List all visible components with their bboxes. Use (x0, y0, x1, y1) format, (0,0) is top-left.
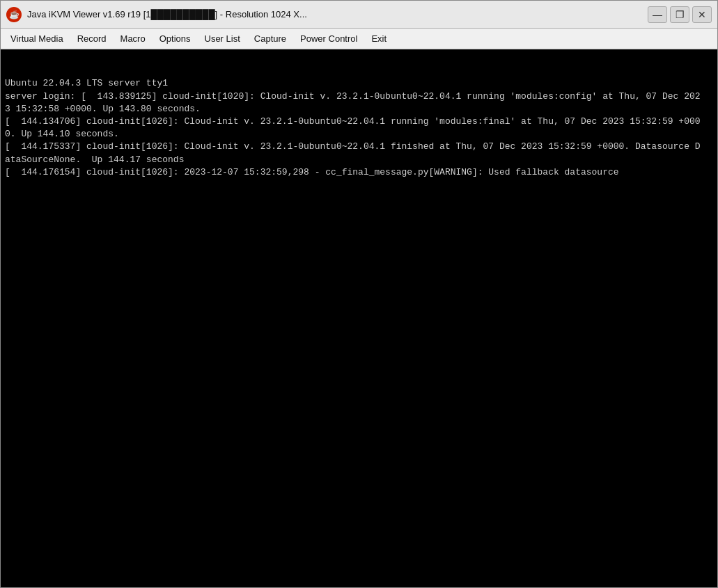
menu-user-list[interactable]: User List (198, 31, 247, 47)
window-controls: — ❐ ✕ (648, 6, 712, 23)
app-icon: ☕ (6, 7, 22, 22)
menu-options[interactable]: Options (153, 31, 198, 47)
close-button[interactable]: ✕ (692, 6, 712, 23)
window-title: Java iKVM Viewer v1.69 r19 [1██████████]… (27, 9, 307, 19)
menu-capture[interactable]: Capture (247, 31, 293, 47)
terminal-line: 0. Up 144.10 seconds. (5, 128, 713, 141)
menu-bar: Virtual Media Record Macro Options User … (1, 29, 717, 49)
menu-virtual-media[interactable]: Virtual Media (3, 31, 70, 47)
terminal-line: Ubuntu 22.04.3 LTS server tty1 (5, 77, 713, 90)
minimize-button[interactable]: — (648, 6, 667, 23)
terminal-display[interactable]: Ubuntu 22.04.3 LTS server tty1server log… (1, 49, 717, 587)
terminal-line: [ 144.134706] cloud-init[1026]: Cloud-in… (5, 116, 713, 128)
terminal-line: [ 144.175337] cloud-init[1026]: Cloud-in… (5, 141, 713, 153)
terminal-line: ataSourceNone. Up 144.17 seconds (5, 154, 713, 166)
menu-exit[interactable]: Exit (364, 31, 393, 47)
restore-button[interactable]: ❐ (670, 6, 689, 23)
menu-macro[interactable]: Macro (114, 31, 153, 47)
main-window: ☕ Java iKVM Viewer v1.69 r19 [1█████████… (0, 0, 718, 588)
terminal-line: [ 144.176154] cloud-init[1026]: 2023-12-… (5, 166, 713, 179)
title-bar-left: ☕ Java iKVM Viewer v1.69 r19 [1█████████… (6, 7, 307, 22)
menu-power-control[interactable]: Power Control (293, 31, 364, 47)
title-bar: ☕ Java iKVM Viewer v1.69 r19 [1█████████… (1, 1, 717, 29)
menu-record[interactable]: Record (70, 31, 114, 47)
terminal-line: 3 15:32:58 +0000. Up 143.80 seconds. (5, 103, 713, 116)
terminal-line: server login: [ 143.839125] cloud-init[1… (5, 90, 713, 103)
